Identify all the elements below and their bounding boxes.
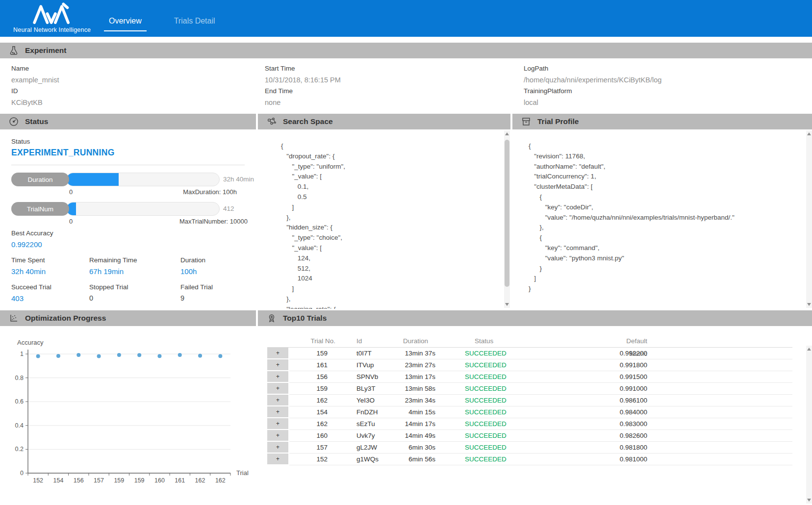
table-row: +159BLy3T13min 58sSUCCEEDED0.991000 (267, 383, 792, 395)
filler-cell (647, 406, 792, 418)
experiment-name-label: Name (11, 65, 29, 72)
scroll-up-arrow-icon[interactable] (504, 130, 510, 137)
top10-trials-section-header: Top10 Trials (258, 310, 812, 326)
nni-logo-icon (30, 2, 71, 27)
default-metric-cell: 0.991800 (612, 359, 647, 371)
expand-row-button[interactable]: + (267, 442, 289, 454)
status-cell: SUCCEEDED (435, 430, 612, 442)
trial-id-cell: g1WQs (328, 454, 386, 465)
top-navbar: Neural Network Intelligence Overview Tri… (0, 0, 812, 37)
trial-profile-scrollbar[interactable] (806, 130, 812, 308)
expand-row-button[interactable]: + (267, 383, 289, 395)
experiment-section-title: Experiment (25, 46, 66, 55)
trialnum-bar-min: 0 (69, 218, 73, 225)
expand-row-button[interactable]: + (267, 371, 289, 383)
search-space-scrollbar[interactable] (504, 130, 510, 308)
y-axis-title: Accuracy (17, 339, 44, 346)
logpath-label: LogPath (524, 65, 548, 72)
y-tick-label: 0.6 (15, 398, 24, 405)
best-accuracy-label: Best Accuracy (11, 229, 53, 237)
end-time-label: End Time (265, 87, 293, 95)
scatter-plot-icon (9, 313, 19, 323)
scatter-point (218, 354, 222, 358)
trialnum-bar-value: 412 (223, 202, 234, 216)
top10-trials-section-title: Top10 Trials (283, 314, 327, 323)
table-row: +161ITVup23min 27sSUCCEEDED0.991800 (267, 359, 792, 371)
y-tick-label: 0.8 (15, 375, 24, 381)
filler-cell (647, 395, 792, 406)
trial-no-cell: 152 (289, 454, 328, 465)
duration-cell: 6min 56s (386, 454, 435, 465)
x-tick-label: 161 (175, 477, 185, 484)
trial-id-cell: sEzTu (328, 418, 386, 430)
duration-cell: 23min 34s (386, 395, 435, 406)
filler-cell (647, 371, 792, 383)
status-cell: SUCCEEDED (435, 442, 612, 454)
duration-cell: 13min 17s (386, 371, 435, 383)
x-tick-label: 159 (134, 477, 145, 484)
y-tick-label: 0.4 (15, 422, 24, 429)
duration-bar-max: MaxDuration: 100h (139, 188, 237, 196)
x-tick-label: 162 (195, 477, 205, 484)
trial-profile-content: { "revision": 11768, "authorName": "defa… (512, 129, 805, 309)
time-spent-label: Time Spent (11, 256, 45, 264)
expand-row-button[interactable]: + (267, 395, 289, 406)
optimization-progress-section-header: Optimization Progress (0, 310, 256, 326)
table-header-row: Trial No.IdDurationStatusDefault Metric (267, 335, 792, 348)
accuracy-scatter-chart: Accuracy00.20.40.60.81152154156157159159… (0, 326, 256, 495)
search-space-scroll-thumb[interactable] (505, 140, 509, 287)
status-divider (11, 165, 245, 165)
trial-no-cell: 162 (289, 418, 328, 430)
remaining-time-label: Remaining Time (89, 256, 137, 264)
table-row: +157gL2JW6min 30sSUCCEEDED0.981800 (267, 442, 792, 454)
experiment-id-value: KCiBytKB (11, 99, 43, 106)
trial-id-cell: Uvk7y (328, 430, 386, 442)
status-cell: SUCCEEDED (435, 406, 612, 418)
status-section-title: Status (25, 117, 48, 126)
default-metric-cell: 0.986100 (612, 395, 647, 406)
trial-id-cell: BLy3T (328, 383, 386, 395)
trial-no-cell: 154 (289, 406, 328, 418)
x-tick-label: 159 (114, 477, 124, 484)
tab-trials-detail[interactable]: Trials Detail (169, 14, 220, 31)
stopped-trial-label: Stopped Trial (89, 283, 128, 291)
table-row: +154FnDZH4min 15sSUCCEEDED0.984000 (267, 406, 792, 418)
end-time-value: none (265, 99, 280, 106)
expand-row-button[interactable]: + (267, 430, 289, 442)
search-space-content: { "dropout_rate": { "_type": "uniform", … (258, 129, 503, 309)
y-tick-label: 1 (20, 351, 24, 357)
trial-id-cell: SPNVb (328, 371, 386, 383)
flask-icon (9, 46, 19, 55)
best-accuracy-value: 0.992200 (11, 240, 42, 249)
expand-row-button[interactable]: + (267, 418, 289, 430)
succeed-trial-value: 403 (11, 294, 24, 303)
expand-row-button[interactable]: + (267, 348, 289, 359)
x-tick-label: 162 (215, 477, 226, 484)
time-spent-value: 32h 40min (11, 267, 46, 276)
logpath-value: /home/quzha/nni/experiments/KCiBytKB/log (524, 76, 661, 84)
scroll-up-arrow-icon[interactable] (806, 130, 812, 137)
nav-tabs: Overview Trials Detail (104, 14, 220, 31)
expand-row-button[interactable]: + (267, 406, 289, 418)
brand-text: Neural Network Intelligence (13, 26, 106, 33)
default-metric-cell: 0.981800 (612, 442, 647, 454)
search-space-section-title: Search Space (283, 117, 333, 126)
tab-overview[interactable]: Overview (104, 14, 147, 31)
top10-scrollbar[interactable] (806, 346, 812, 504)
default-metric-cell: 0.992200 (612, 348, 647, 359)
expand-row-button[interactable]: + (267, 454, 289, 465)
scroll-down-arrow-icon[interactable] (504, 301, 510, 308)
scatter-point (117, 353, 121, 357)
scroll-down-arrow-icon[interactable] (806, 497, 812, 504)
status-label: Status (11, 138, 30, 145)
failed-trial-value: 9 (180, 294, 184, 302)
duration-cell: 6min 30s (386, 442, 435, 454)
status-cell: SUCCEEDED (435, 418, 612, 430)
expand-row-button[interactable]: + (267, 359, 289, 371)
default-metric-cell: 0.983000 (612, 418, 647, 430)
scroll-down-arrow-icon[interactable] (806, 301, 812, 308)
status-cell: SUCCEEDED (435, 395, 612, 406)
table-row: +156SPNVb13min 17sSUCCEEDED0.991500 (267, 371, 792, 383)
scroll-up-arrow-icon[interactable] (806, 346, 812, 353)
succeed-trial-label: Succeed Trial (11, 283, 51, 291)
